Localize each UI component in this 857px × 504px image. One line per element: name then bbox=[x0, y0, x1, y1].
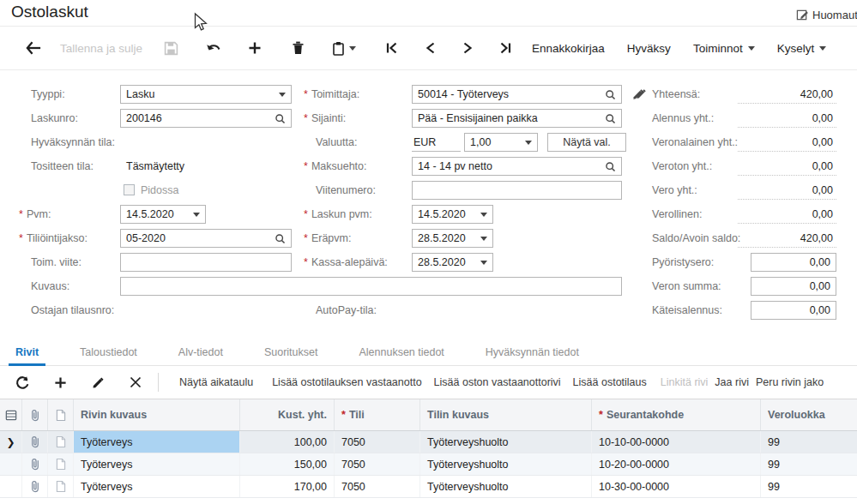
tab-taloustiedot[interactable]: Taloustiedot bbox=[76, 342, 141, 365]
edit-row-button[interactable] bbox=[88, 372, 108, 393]
cell-cost-total[interactable]: 170,00 bbox=[240, 476, 335, 497]
grid-settings-header[interactable] bbox=[0, 399, 22, 430]
hold-checkbox[interactable] bbox=[124, 184, 135, 195]
cell-account[interactable]: 7050 bbox=[335, 476, 420, 497]
vendor-ref-field[interactable] bbox=[120, 253, 292, 272]
rounding-diff-field[interactable]: 0,00 bbox=[751, 253, 836, 272]
column-header-cost-total[interactable]: Kust. yht. bbox=[240, 399, 335, 430]
cash-discount-date-field[interactable]: 28.5.2020 bbox=[412, 253, 493, 272]
cell-description[interactable]: Työterveys bbox=[74, 453, 240, 475]
currency-rate-dropdown[interactable]: 1,00 bbox=[464, 133, 538, 152]
vendor-field[interactable]: 50014 - Työterveys bbox=[412, 85, 622, 104]
calendar-dropdown-icon[interactable] bbox=[480, 213, 487, 217]
cell-account-description[interactable]: Työterveyshuolto bbox=[420, 431, 592, 453]
note-cell[interactable] bbox=[48, 453, 74, 475]
column-header-account-description[interactable]: Tilin kuvaus bbox=[420, 399, 592, 430]
previous-record-button[interactable] bbox=[419, 37, 441, 59]
column-header-account[interactable]: Tili bbox=[335, 399, 420, 430]
terms-field[interactable]: 14 - 14 pv netto bbox=[412, 157, 622, 176]
attachment-cell[interactable] bbox=[22, 476, 48, 497]
tab-alv-tiedot[interactable]: Alv-tiedot bbox=[175, 342, 226, 365]
ref-number-field[interactable] bbox=[412, 181, 622, 200]
due-date-field[interactable]: 28.5.2020 bbox=[412, 229, 493, 248]
note-cell[interactable] bbox=[48, 431, 74, 453]
invoice-no-field[interactable]: 200146 bbox=[120, 109, 292, 128]
search-icon[interactable] bbox=[605, 161, 616, 172]
cell-tax-category[interactable]: 99 bbox=[761, 453, 857, 475]
back-button[interactable] bbox=[22, 37, 45, 59]
search-icon[interactable] bbox=[275, 113, 286, 124]
delete-button[interactable] bbox=[287, 37, 309, 59]
show-schedule-button[interactable]: Näytä aikataulu bbox=[179, 376, 253, 388]
edit-totals-button[interactable] bbox=[636, 88, 647, 99]
attachments-column-header[interactable] bbox=[22, 399, 48, 430]
copy-paste-menu-button[interactable] bbox=[328, 37, 360, 59]
type-dropdown[interactable]: Lasku bbox=[120, 85, 292, 104]
calendar-dropdown-icon[interactable] bbox=[480, 261, 487, 265]
first-record-button[interactable] bbox=[381, 37, 403, 59]
last-record-button[interactable] bbox=[494, 37, 516, 59]
cell-tax-category[interactable]: 99 bbox=[761, 431, 857, 453]
search-icon[interactable] bbox=[605, 113, 616, 124]
note-cell[interactable] bbox=[48, 476, 74, 497]
tab-rivit[interactable]: Rivit bbox=[12, 342, 42, 365]
cell-subaccount[interactable]: 10-30-00-0000 bbox=[592, 476, 761, 497]
cell-subaccount[interactable]: 10-10-00-0000 bbox=[592, 431, 761, 453]
cell-account[interactable]: 7050 bbox=[335, 453, 420, 475]
add-po-button[interactable]: Lisää ostotilaus bbox=[573, 376, 647, 388]
add-po-receipt-line-button[interactable]: Lisää oston vastaanottorivi bbox=[434, 376, 561, 388]
cell-tax-category[interactable]: 99 bbox=[761, 476, 857, 497]
notes-button[interactable]: Huomautukset bbox=[796, 6, 857, 23]
invoice-date-field[interactable]: 14.5.2020 bbox=[412, 205, 493, 224]
inquiries-menu-button[interactable]: Kyselyt bbox=[777, 42, 827, 55]
tab-hyvaksynnan-tiedot[interactable]: Hyväksynnän tiedot bbox=[482, 342, 582, 365]
cell-account[interactable]: 7050 bbox=[335, 431, 420, 453]
prebook-button[interactable]: Ennakkokirjaa bbox=[532, 42, 605, 55]
add-button[interactable] bbox=[244, 37, 266, 59]
tab-alennuksen-tiedot[interactable]: Alennuksen tiedot bbox=[355, 342, 447, 365]
row-selector-cell[interactable]: ❯ bbox=[0, 431, 22, 453]
cell-subaccount[interactable]: 10-20-00-0000 bbox=[592, 453, 761, 475]
cell-account-description[interactable]: Työterveyshuolto bbox=[420, 453, 592, 475]
row-selector-cell[interactable] bbox=[0, 453, 22, 475]
cell-cost-total[interactable]: 150,00 bbox=[240, 453, 335, 475]
cash-discount-field[interactable]: 0,00 bbox=[751, 301, 836, 320]
cell-description[interactable]: Työterveys bbox=[74, 431, 240, 453]
actions-menu-button[interactable]: Toiminnot bbox=[693, 42, 755, 55]
attachment-cell[interactable] bbox=[22, 453, 48, 475]
post-period-field[interactable]: 05-2020 bbox=[120, 229, 292, 248]
next-record-button[interactable] bbox=[456, 37, 479, 59]
column-header-subaccount[interactable]: Seurantakohde bbox=[592, 399, 761, 430]
location-field[interactable]: Pää - Ensisijainen paikka bbox=[412, 109, 622, 128]
notes-column-header[interactable] bbox=[48, 399, 74, 430]
delete-row-button[interactable] bbox=[125, 372, 146, 393]
cell-account-description[interactable]: Työterveyshuolto bbox=[420, 476, 592, 497]
grid-row-3[interactable]: Työterveys 170,00 7050 Työterveyshuolto … bbox=[0, 476, 857, 498]
undo-split-button[interactable]: Peru rivin jako bbox=[756, 376, 824, 388]
date-field[interactable]: 14.5.2020 bbox=[120, 205, 206, 224]
add-row-button[interactable] bbox=[50, 372, 70, 393]
tab-suoritukset[interactable]: Suoritukset bbox=[261, 342, 322, 365]
save-button[interactable] bbox=[160, 37, 182, 59]
attachment-cell[interactable] bbox=[22, 431, 48, 453]
add-po-receipt-button[interactable]: Lisää ostotilauksen vastaanotto bbox=[272, 376, 421, 388]
tax-amount-field[interactable]: 0,00 bbox=[751, 277, 836, 296]
grid-row-2[interactable]: Työterveys 150,00 7050 Työterveyshuolto … bbox=[0, 453, 857, 476]
search-icon[interactable] bbox=[275, 233, 286, 244]
calendar-dropdown-icon[interactable] bbox=[480, 237, 487, 241]
view-currency-button[interactable]: Näytä val. bbox=[547, 133, 626, 152]
link-line-button[interactable]: Linkitä rivi bbox=[661, 376, 709, 388]
column-header-tax-category[interactable]: Veroluokka bbox=[761, 399, 857, 430]
undo-button[interactable] bbox=[202, 37, 225, 59]
row-selector-cell[interactable] bbox=[0, 476, 22, 497]
calendar-dropdown-icon[interactable] bbox=[193, 213, 200, 217]
cell-cost-total[interactable]: 100,00 bbox=[240, 431, 335, 453]
column-header-description[interactable]: Rivin kuvaus bbox=[74, 399, 240, 430]
cell-description[interactable]: Työterveys bbox=[74, 476, 240, 497]
grid-row-1[interactable]: ❯ Työterveys 100,00 7050 Työterveyshuolt… bbox=[0, 431, 857, 453]
split-line-button[interactable]: Jaa rivi bbox=[715, 376, 749, 388]
search-icon[interactable] bbox=[605, 89, 616, 100]
refresh-button[interactable] bbox=[12, 372, 33, 393]
save-and-close-button[interactable]: Tallenna ja sulje bbox=[60, 42, 142, 55]
approve-button[interactable]: Hyväksy bbox=[627, 42, 671, 55]
